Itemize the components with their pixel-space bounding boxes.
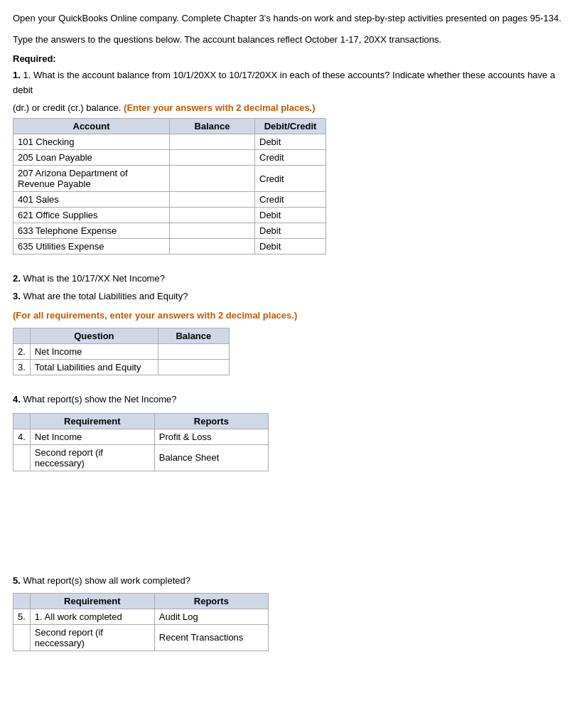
balance-input[interactable] [174, 225, 250, 236]
col-reports: Reports [154, 413, 268, 429]
col-balance: Balance [158, 328, 229, 343]
table-row: 101 Checking Debit [14, 134, 326, 150]
debitcredit-cell: Debit [255, 239, 326, 255]
col-question: Question [30, 328, 158, 343]
table-row: 621 Office Supplies Debit [14, 208, 326, 223]
num-cell: 4. [14, 429, 31, 444]
balance-input-cell[interactable] [170, 134, 255, 150]
account-cell: 207 Arizona Department of Revenue Payabl… [14, 166, 170, 192]
balance-input[interactable] [174, 152, 250, 163]
reports-input-cell[interactable] [154, 429, 268, 444]
balance-input[interactable] [174, 173, 250, 184]
account-cell: 401 Sales [14, 192, 170, 208]
col-debitcredit: Debit/Credit [255, 119, 326, 134]
reports-input-cell[interactable] [154, 444, 268, 471]
reports-input[interactable] [159, 452, 264, 463]
col-num [14, 328, 31, 343]
col-reports: Reports [154, 593, 268, 609]
question4-text: 4. What report(s) show the Net Income? [13, 392, 574, 407]
account-cell: 633 Telephone Expense [14, 223, 170, 239]
question-cell: Net Income [30, 343, 158, 359]
required-label: Required: [13, 53, 574, 64]
question2-line1: 2. What is the 10/17/XX Net Income? [13, 272, 574, 287]
question1-text: 1. 1. What is the account balance from 1… [13, 68, 574, 98]
table-row: 633 Telephone Expense Debit [14, 223, 326, 239]
reports-table: Requirement Reports 4. Net Income Second… [13, 413, 269, 471]
question-cell: Total Liabilities and Equity [30, 359, 158, 375]
balance-input-cell[interactable] [170, 239, 255, 255]
requirement-cell: Net Income [30, 429, 154, 444]
table-row: 635 Utilities Expense Debit [14, 239, 326, 255]
col-num [14, 593, 31, 609]
debitcredit-cell: Credit [255, 150, 326, 166]
table-row: Second report (if neccessary) [14, 444, 269, 471]
debitcredit-cell: Debit [255, 208, 326, 223]
question1-text2: (dr.) or credit (cr.) balance. (Enter yo… [13, 101, 574, 116]
table-row: 3. Total Liabilities and Equity [14, 359, 230, 375]
num-cell [14, 624, 31, 651]
reports-input-cell[interactable] [154, 624, 268, 651]
intro-line1: Open your QuickBooks Online company. Com… [13, 11, 574, 26]
table-row: 207 Arizona Department of Revenue Payabl… [14, 166, 326, 192]
table-row: 401 Sales Credit [14, 192, 326, 208]
balance-input-cell[interactable] [170, 223, 255, 239]
col-num [14, 413, 31, 429]
balance-input[interactable] [174, 136, 250, 147]
num-cell: 5. [14, 609, 31, 624]
account-cell: 101 Checking [14, 134, 170, 150]
balance-input-cell[interactable] [170, 208, 255, 223]
table-row: 5. 1. All work completed [14, 609, 269, 624]
balance-input[interactable] [163, 346, 225, 357]
reports-input[interactable] [159, 611, 264, 622]
debitcredit-cell: Debit [255, 223, 326, 239]
balance-input-cell[interactable] [158, 343, 229, 359]
debitcredit-cell: Debit [255, 134, 326, 150]
intro-line2: Type the answers to the questions below.… [13, 33, 574, 47]
table-row: Second report (if neccessary) [14, 624, 269, 651]
requirement-cell: 1. All work completed [30, 609, 154, 624]
balance-input[interactable] [174, 194, 250, 205]
account-balance-table: Account Balance Debit/Credit 101 Checkin… [13, 118, 326, 255]
balance-input[interactable] [174, 241, 250, 252]
num-cell: 3. [14, 359, 31, 375]
question23-instruction: (For all requirements, enter your answer… [13, 310, 574, 321]
balance-input-cell[interactable] [170, 150, 255, 166]
num-cell: 2. [14, 343, 31, 359]
balance-input-cell[interactable] [170, 166, 255, 192]
balance-input[interactable] [174, 210, 250, 220]
question2-line2: 3. What are the total Liabilities and Eq… [13, 289, 574, 304]
net-income-table: Question Balance 2. Net Income 3. Total … [13, 328, 230, 375]
num-cell [14, 444, 31, 471]
col-balance: Balance [170, 119, 255, 134]
table-row: 2. Net Income [14, 343, 230, 359]
col-requirement: Requirement [30, 593, 154, 609]
balance-input-cell[interactable] [170, 192, 255, 208]
requirement-cell: Second report (if neccessary) [30, 624, 154, 651]
audit-table: Requirement Reports 5. 1. All work compl… [13, 593, 269, 651]
table-row: 4. Net Income [14, 429, 269, 444]
reports-input[interactable] [159, 432, 264, 442]
account-cell: 635 Utilities Expense [14, 239, 170, 255]
debitcredit-cell: Credit [255, 166, 326, 192]
balance-input-cell[interactable] [158, 359, 229, 375]
requirement-cell: Second report (if neccessary) [30, 444, 154, 471]
account-cell: 621 Office Supplies [14, 208, 170, 223]
reports-input-cell[interactable] [154, 609, 268, 624]
col-account: Account [14, 119, 170, 134]
account-cell: 205 Loan Payable [14, 150, 170, 166]
reports-input[interactable] [159, 632, 264, 643]
debitcredit-cell: Credit [255, 192, 326, 208]
col-requirement: Requirement [30, 413, 154, 429]
question5-text: 5. What report(s) show all work complete… [13, 574, 574, 589]
table-row: 205 Loan Payable Credit [14, 150, 326, 166]
balance-input[interactable] [163, 362, 225, 373]
